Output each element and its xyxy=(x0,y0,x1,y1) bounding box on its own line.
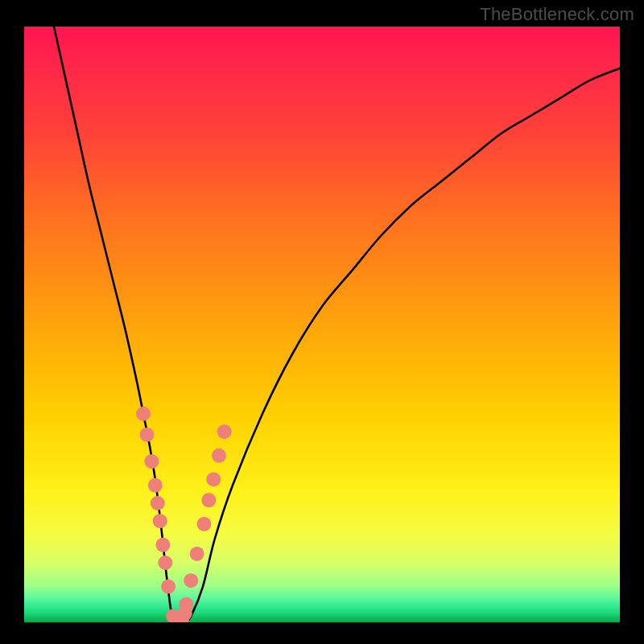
highlight-dot xyxy=(139,427,154,442)
highlight-dot xyxy=(184,573,198,588)
highlight-dot xyxy=(158,555,172,570)
chart-svg xyxy=(24,27,620,622)
highlight-dot xyxy=(190,547,204,561)
highlight-dot xyxy=(196,517,211,531)
highlight-dot xyxy=(148,478,163,493)
bottleneck-curve xyxy=(54,27,620,622)
chart-root: TheBottleneck.com xyxy=(0,0,644,644)
highlight-dot xyxy=(206,472,221,486)
highlight-dot xyxy=(212,448,226,463)
highlight-dot xyxy=(155,538,170,552)
highlight-dot xyxy=(144,454,159,469)
plot-area xyxy=(24,27,620,622)
highlight-dot xyxy=(151,496,165,510)
highlight-dot xyxy=(153,514,167,528)
highlight-dot xyxy=(136,407,151,421)
curve-path xyxy=(54,27,620,622)
highlight-dot xyxy=(201,493,216,507)
watermark-text: TheBottleneck.com xyxy=(480,4,634,25)
highlight-dot xyxy=(179,597,193,612)
highlight-dot xyxy=(161,580,175,594)
highlight-dot xyxy=(217,424,232,439)
highlight-dots xyxy=(136,407,232,622)
